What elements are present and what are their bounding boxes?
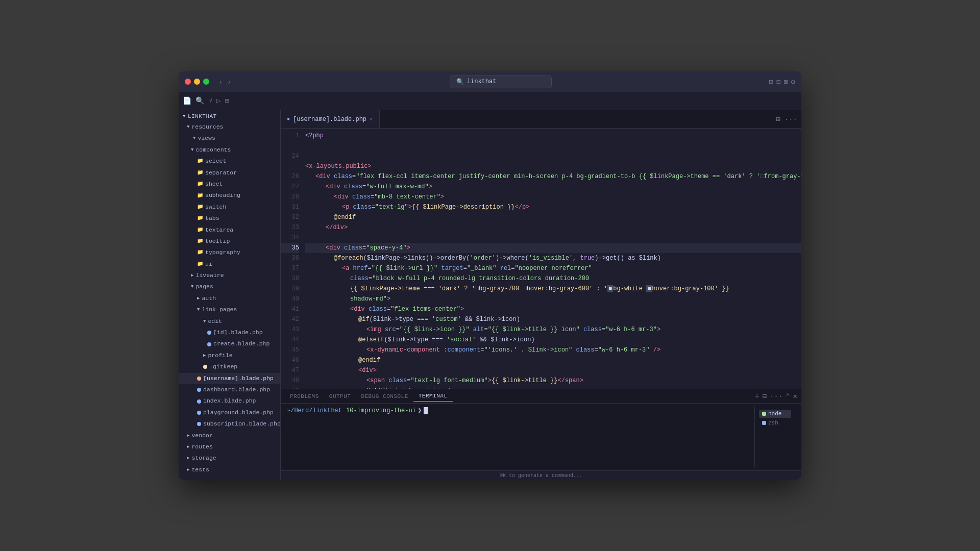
sidebar-file-id-blade[interactable]: [id].blade.php <box>179 327 280 338</box>
toggle-sidebar-icon[interactable]: ⊠ <box>783 78 788 86</box>
terminal-main[interactable]: ~/Herd/linkthat 10-improving-the-ui ❯ <box>287 407 746 467</box>
maximize-button[interactable] <box>203 79 209 85</box>
sidebar-item-vendor[interactable]: ▶ vendor <box>179 430 280 441</box>
sidebar-item-tooltip[interactable]: 📁 tooltip <box>179 236 280 247</box>
sidebar-item-label: textarea <box>205 226 233 235</box>
sidebar-item-routes[interactable]: ▶ routes <box>179 441 280 453</box>
tab-terminal[interactable]: TERMINAL <box>413 391 453 402</box>
close-panel-icon[interactable]: ✕ <box>793 392 797 400</box>
settings-icon[interactable]: ⚙ <box>791 78 795 86</box>
tab-output[interactable]: OUTPUT <box>324 391 356 402</box>
sidebar: ▼ LINKTHAT ▼ resources ▼ views ▼ compone… <box>179 110 281 480</box>
chevron-right-icon: ▶ <box>203 352 206 359</box>
sidebar-file-dashboard-blade[interactable]: dashboard.blade.php <box>179 384 280 395</box>
terminal-tab-node[interactable]: node <box>759 410 791 418</box>
sidebar-item-label: separator <box>205 168 237 178</box>
tab-close-button[interactable]: × <box>370 116 373 122</box>
chevron-right-icon: ▶ <box>187 466 189 473</box>
split-view-icon[interactable]: ⊞ <box>776 115 780 123</box>
sidebar-file-create-blade[interactable]: create.blade.php <box>179 338 280 349</box>
sidebar-item-components[interactable]: ▼ components <box>179 144 280 156</box>
folder-icon: 📁 <box>197 214 203 222</box>
sidebar-file-playground-blade[interactable]: playground.blade.php <box>179 407 280 418</box>
sidebar-root-label: LINKTHAT <box>188 113 217 119</box>
folder-icon: 📁 <box>197 157 203 165</box>
sidebar-file-subscription-blade[interactable]: subscription.blade.php <box>179 418 280 430</box>
source-control-icon[interactable]: ⑂ <box>208 97 212 105</box>
toggle-panel-icon[interactable]: ⊟ <box>776 78 780 86</box>
terminal-tab-label: node <box>768 411 781 417</box>
sidebar-item-label: vendor <box>191 431 212 440</box>
sidebar-item-textarea[interactable]: 📁 textarea <box>179 224 280 236</box>
sidebar-item-typography[interactable]: 📁 typography <box>179 247 280 258</box>
tab-username-blade[interactable]: ● [username].blade.php × <box>281 110 380 128</box>
sidebar-item-select[interactable]: 📁 select <box>179 156 280 167</box>
run-debug-icon[interactable]: ▷ <box>216 96 220 105</box>
sidebar-file-gitkeep[interactable]: .gitkeep <box>179 361 280 372</box>
sidebar-item-pages[interactable]: ▼ pages <box>179 281 280 292</box>
terminal-tab-label: zsh <box>768 420 778 426</box>
sidebar-root[interactable]: ▼ LINKTHAT <box>179 110 280 121</box>
code-editor[interactable]: 1 24 26 27 28 31 32 33 34 35 36 37 38 39 <box>281 129 801 389</box>
sidebar-item-link-pages[interactable]: ▼ link-pages <box>179 304 280 315</box>
sidebar-item-switch[interactable]: 📁 switch <box>179 202 280 213</box>
sidebar-file-username-blade[interactable]: [username].blade.php <box>179 373 280 384</box>
sidebar-item-ui[interactable]: 📁 ui <box>179 259 280 270</box>
back-button[interactable]: ‹ <box>217 77 224 87</box>
split-editor-icon[interactable]: ⊞ <box>769 78 773 86</box>
maximize-panel-icon[interactable]: ⌃ <box>786 392 790 400</box>
terminal-prompt: ~/Herd/linkthat 10-improving-the-ui ❯ <box>287 407 746 414</box>
sidebar-item-storage[interactable]: ▶ storage <box>179 453 280 464</box>
sidebar-item-livewire[interactable]: ▶ livewire <box>179 270 280 281</box>
search-toolbar-icon[interactable]: 🔍 <box>195 96 204 105</box>
sidebar-item-sheet[interactable]: 📁 sheet <box>179 179 280 190</box>
sidebar-item-label: tabs <box>205 214 219 223</box>
sidebar-item-resources[interactable]: ▼ resources <box>179 121 280 133</box>
tabs-bar: ● [username].blade.php × ⊞ ··· <box>281 110 801 129</box>
sidebar-item-views[interactable]: ▼ views <box>179 133 280 144</box>
sidebar-item-profile[interactable]: ▶ profile <box>179 350 280 361</box>
prompt-branch: 10-improving-the-ui <box>346 407 416 414</box>
add-terminal-icon[interactable]: + <box>755 392 759 400</box>
file-dot <box>197 422 201 426</box>
tab-problems[interactable]: PROBLEMS <box>285 391 324 402</box>
sidebar-item-label: routes <box>191 442 212 452</box>
more-actions-icon[interactable]: ··· <box>785 115 797 123</box>
status-bar: ⌘K to generate a command... <box>281 470 801 480</box>
chevron-down-icon: ▼ <box>183 114 186 119</box>
code-line: <p class="text-lg">{{ $linkPage->descrip… <box>305 202 801 212</box>
file-dot <box>197 388 201 392</box>
forward-button[interactable]: › <box>226 77 233 87</box>
search-bar[interactable]: 🔍 linkthat <box>450 76 552 88</box>
split-terminal-icon[interactable]: ⊟ <box>762 392 766 400</box>
terminal-tab-zsh[interactable]: zsh <box>759 419 791 427</box>
sidebar-item-tests[interactable]: ▶ tests <box>179 464 280 475</box>
close-button[interactable] <box>185 79 191 85</box>
sidebar-item-vendor2[interactable]: ▶ vendor <box>179 475 280 480</box>
chevron-down-icon: ▼ <box>193 135 195 142</box>
folder-icon: 📁 <box>197 248 203 257</box>
chevron-right-icon: ▶ <box>187 432 189 439</box>
sidebar-item-label: auth <box>202 294 216 303</box>
explorer-icon[interactable]: 📄 <box>183 96 191 105</box>
code-line: @endif <box>305 355 801 365</box>
sidebar-item-auth[interactable]: ▶ auth <box>179 293 280 304</box>
code-line: <div class="w-full max-w-md"> <box>305 182 801 192</box>
minimize-button[interactable] <box>194 79 200 85</box>
code-line: @if($link->type === 'custom' && $link->i… <box>305 314 801 324</box>
extensions-icon[interactable]: ⊞ <box>225 96 229 105</box>
sidebar-item-label: ui <box>205 260 212 269</box>
folder-icon: 📁 <box>197 169 203 177</box>
toolbar: 📄 🔍 ⑂ ▷ ⊞ <box>179 92 801 110</box>
code-line-active: <div class="space-y-4"> <box>305 243 801 253</box>
node-icon <box>762 412 766 416</box>
sidebar-item-edit[interactable]: ▼ edit <box>179 316 280 327</box>
more-terminal-icon[interactable]: ··· <box>770 392 782 400</box>
sidebar-file-index-blade[interactable]: index.blade.php <box>179 395 280 407</box>
file-dot <box>203 365 207 369</box>
sidebar-item-separator[interactable]: 📁 separator <box>179 167 280 179</box>
file-dot <box>207 342 211 346</box>
sidebar-item-tabs[interactable]: 📁 tabs <box>179 213 280 224</box>
tab-debug-console[interactable]: DEBUG CONSOLE <box>356 391 413 402</box>
sidebar-item-subheading[interactable]: 📁 subheading <box>179 190 280 201</box>
